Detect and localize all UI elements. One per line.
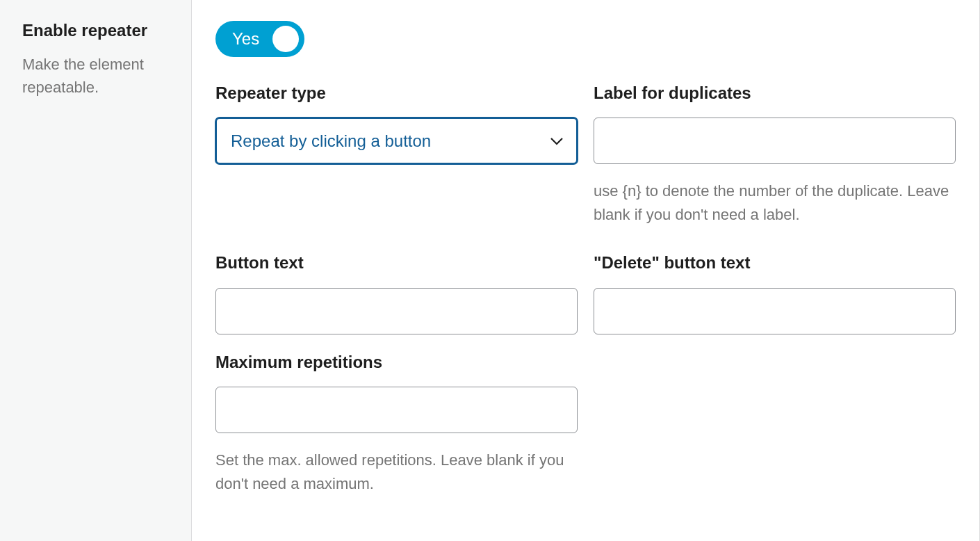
delete-button-text-field: "Delete" button text — [594, 252, 956, 334]
form-panel: Yes Repeater type Repeat by clicking a b… — [192, 0, 980, 541]
label-duplicates-help: use {n} to denote the number of the dupl… — [594, 179, 956, 227]
label-duplicates-field: Label for duplicates use {n} to denote t… — [594, 82, 956, 227]
delete-button-text-input[interactable] — [594, 288, 956, 334]
max-repetitions-label: Maximum repetitions — [215, 351, 578, 373]
max-repetitions-help: Set the max. allowed repetitions. Leave … — [215, 449, 578, 496]
max-repetitions-input[interactable] — [215, 387, 578, 433]
repeater-type-field: Repeater type Repeat by clicking a butto… — [215, 82, 578, 164]
enable-repeater-toggle-wrap: Yes — [215, 21, 956, 57]
fields-grid: Repeater type Repeat by clicking a butto… — [215, 82, 956, 496]
delete-button-text-label: "Delete" button text — [594, 252, 956, 273]
button-text-input[interactable] — [215, 288, 578, 334]
section-description: Make the element repeatable. — [22, 53, 169, 99]
left-panel: Enable repeater Make the element repeata… — [0, 0, 192, 541]
max-repetitions-field: Maximum repetitions Set the max. allowed… — [215, 351, 578, 496]
label-duplicates-label: Label for duplicates — [594, 82, 956, 104]
label-duplicates-input[interactable] — [594, 118, 956, 164]
toggle-knob-icon — [272, 26, 299, 52]
section-title: Enable repeater — [22, 21, 169, 40]
repeater-type-select[interactable]: Repeat by clicking a button — [215, 118, 578, 164]
toggle-label: Yes — [232, 29, 272, 49]
enable-repeater-toggle[interactable]: Yes — [215, 21, 304, 57]
button-text-field: Button text — [215, 252, 578, 334]
repeater-type-select-wrap: Repeat by clicking a button — [215, 118, 578, 164]
button-text-label: Button text — [215, 252, 578, 273]
repeater-type-label: Repeater type — [215, 82, 578, 104]
settings-container: Enable repeater Make the element repeata… — [0, 0, 980, 541]
